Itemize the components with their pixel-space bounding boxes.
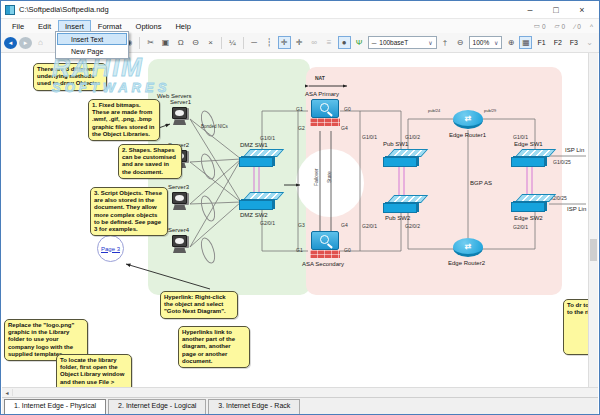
note-hyperlink[interactable]: Hyperlink: Right-click the object and se…: [160, 291, 238, 319]
tab-internet-edge-physical[interactable]: 1. Internet Edge - Physical: [4, 399, 106, 414]
link-type-select[interactable]: ─ 100baseT ∨: [368, 36, 437, 49]
dmz-sw2-label: DMZ SW2: [240, 212, 268, 218]
object-count-value: 0: [562, 23, 566, 30]
tab-internet-edge-rack[interactable]: 3. Internet Edge - Rack: [208, 399, 300, 414]
note-shapes[interactable]: 2. Shapes. Shapes can be customised and …: [118, 144, 182, 179]
isp-link2-label: ISP Lin: [567, 206, 586, 212]
edge-sw2-icon[interactable]: [511, 194, 553, 212]
toolbar-more-icon[interactable]: ⌄: [583, 36, 596, 49]
server1-label: Server1: [170, 99, 191, 105]
edge-router2-icon[interactable]: ⇄: [453, 238, 483, 257]
dmz-sw1-port: G1/0/1: [260, 135, 275, 141]
menu-options[interactable]: Options: [129, 20, 169, 33]
line-counter: ∕ 0: [574, 23, 581, 30]
page3-hyperlink[interactable]: Page 3: [97, 235, 124, 262]
edge-router1-port-left: pub/24: [428, 108, 440, 113]
pointer-tool-icon[interactable]: ✛: [293, 36, 306, 49]
asa-secondary-port-g0: G0: [344, 247, 351, 253]
edge-router1-icon[interactable]: ⇄: [453, 110, 483, 129]
chevron-down-icon: ∨: [428, 39, 432, 46]
asa-secondary-port-g4: G4: [341, 222, 348, 228]
insert-dropdown-menu: Insert Text New Page: [55, 31, 129, 59]
menu-file[interactable]: File: [5, 20, 31, 33]
dmz-sw2-port: G2/0/1: [260, 220, 275, 226]
pin-icon[interactable]: †: [439, 36, 452, 49]
forward-icon[interactable]: ▸: [19, 37, 32, 49]
window-title: C:\Softpedia\Softpedia.ndg: [19, 5, 517, 14]
line-count-value: 0: [577, 23, 581, 30]
copy-icon[interactable]: ▣: [159, 36, 172, 49]
asa-primary-port-g1: G1: [296, 106, 303, 112]
maximize-button[interactable]: □: [543, 5, 569, 15]
vertical-scrollbar[interactable]: [588, 53, 598, 387]
note-methods[interactable]: There are 3 different underlying methods…: [33, 63, 107, 91]
menu-item-insert-text[interactable]: Insert Text: [57, 33, 127, 45]
app-window: C:\Softpedia\Softpedia.ndg – □ × File Ed…: [0, 0, 600, 415]
unlock-icon[interactable]: Ω: [174, 36, 187, 49]
app-icon: [5, 5, 15, 15]
dmz-sw1-icon[interactable]: [239, 149, 281, 167]
line-sample-icon: ─: [372, 39, 377, 46]
f2-button[interactable]: F2: [551, 39, 565, 46]
web-icon[interactable]: ●: [338, 36, 351, 49]
delete-icon[interactable]: ×: [204, 36, 217, 49]
back-icon[interactable]: ◂: [4, 37, 17, 49]
server4-icon[interactable]: [172, 235, 191, 257]
close-button[interactable]: ×: [569, 5, 595, 15]
edge-sw1-icon[interactable]: [511, 149, 553, 167]
asa-primary-icon[interactable]: [310, 99, 340, 127]
f1-button[interactable]: F1: [534, 39, 548, 46]
minimize-button[interactable]: –: [517, 5, 543, 15]
link-type-value: 100baseT: [379, 39, 408, 46]
zoom-in-icon[interactable]: ⊕: [504, 36, 517, 49]
pub-sw2-icon[interactable]: [383, 195, 425, 213]
note-library[interactable]: To locate the library folder, first open…: [56, 354, 132, 387]
zoom-select[interactable]: 100% ∨: [469, 36, 503, 49]
edge-router1-port-right: pub/29: [484, 108, 496, 113]
asa-primary-label: ASA Primary: [305, 91, 339, 97]
line-width-icon[interactable]: ┆: [263, 36, 276, 49]
tap-icon[interactable]: Ψ: [353, 36, 366, 49]
diagram-canvas[interactable]: RAHIM SOFTWARES Web Servers Server1 Serv…: [2, 53, 598, 387]
pub-sw1-port-in: G1/0/1: [362, 134, 377, 140]
asa-secondary-icon[interactable]: [310, 231, 340, 259]
pub-sw1-icon[interactable]: [383, 149, 425, 167]
note-script-objects[interactable]: 3. Script Objects. These are also stored…: [90, 187, 168, 236]
menubar-overflow-icon[interactable]: ^: [590, 23, 593, 30]
horizontal-scrollbar[interactable]: ◂: [2, 387, 598, 397]
note-hyperlink2[interactable]: Hyperlinks link to another part of the d…: [178, 326, 250, 368]
scroll-left-icon[interactable]: ◂: [2, 389, 13, 396]
server1-icon[interactable]: [172, 107, 191, 129]
server3-icon[interactable]: [172, 192, 191, 214]
cut-icon[interactable]: ✂: [144, 36, 157, 49]
edge-sw2-port-in: G2/0/1: [513, 224, 528, 230]
pages-icon[interactable]: ▦: [519, 36, 532, 49]
pub-sw1-port-up: G1/0/2: [405, 134, 420, 140]
f3-button[interactable]: F3: [567, 39, 581, 46]
note-bitmaps[interactable]: 1. Fixed bitmaps. These are made from .w…: [88, 99, 160, 141]
draw-tool-icon[interactable]: ✛: [278, 36, 291, 49]
tab-internet-edge-logical[interactable]: 2. Internet Edge - Logical: [108, 399, 206, 414]
vertical-scrollbar-thumb[interactable]: [590, 239, 597, 261]
zoom-value: 100%: [473, 39, 490, 46]
menu-edit[interactable]: Edit: [31, 20, 58, 33]
dmz-sw2-icon[interactable]: [239, 192, 281, 210]
edge-router2-label: Edge Router2: [448, 260, 485, 266]
link-icon[interactable]: ∞: [308, 36, 321, 49]
shape-count-value: 0: [542, 23, 546, 30]
isp-link1-label: ISP Lin: [565, 147, 584, 153]
chevron-down-icon: ∨: [494, 39, 498, 46]
zoom-out-icon[interactable]: ⊖: [454, 36, 467, 49]
lock-icon[interactable]: Θ: [189, 36, 202, 49]
scale-icon[interactable]: ¼: [226, 36, 239, 49]
pub-sw2-label: Pub SW2: [385, 215, 410, 221]
align-icon[interactable]: ≡: [323, 36, 336, 49]
line-style-icon[interactable]: ─: [248, 36, 261, 49]
menu-help[interactable]: Help: [168, 20, 197, 33]
asa-primary-port-g2: G2: [298, 125, 305, 131]
bgp-as-label: BGP AS: [470, 180, 492, 186]
home-icon[interactable]: ⌂: [34, 36, 47, 49]
menu-item-new-page[interactable]: New Page: [57, 45, 127, 57]
asa-primary-port-g4: G4: [341, 125, 348, 131]
object-counter: ▱ 0: [555, 22, 566, 30]
